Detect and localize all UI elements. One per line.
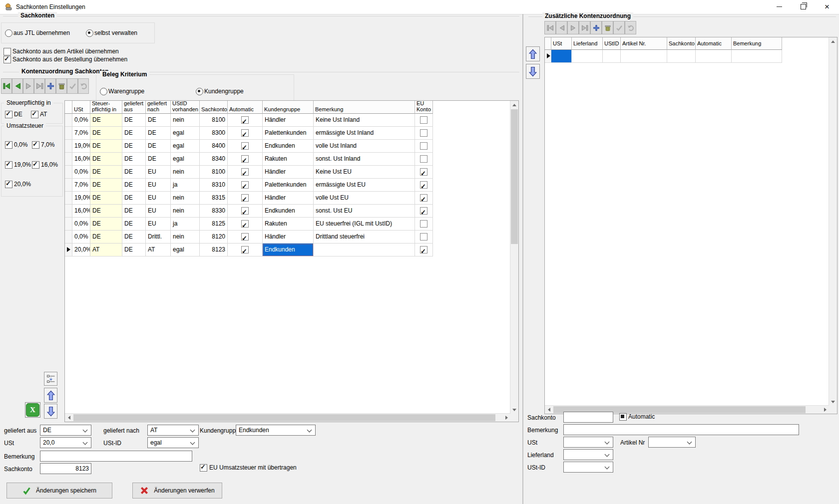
table-cell[interactable]: DE xyxy=(90,192,122,205)
table-cell[interactable]: DE xyxy=(122,218,146,231)
column-header[interactable]: Automatic xyxy=(696,37,732,50)
radio-selbst-verwalten[interactable] xyxy=(86,29,93,37)
eu-konto-checkbox-cell[interactable] xyxy=(415,153,433,166)
table-cell[interactable]: DE xyxy=(122,231,146,244)
sachkonto-input[interactable] xyxy=(40,463,91,474)
table-cell[interactable]: Händler xyxy=(263,231,314,244)
zusatz-artikel-select[interactable] xyxy=(648,437,696,448)
table-cell[interactable]: DE xyxy=(146,127,171,140)
transfer-down-button[interactable] xyxy=(526,64,540,79)
table-row[interactable]: 20,0%ATDEATegal8123Endkunden xyxy=(65,244,518,256)
table-cell[interactable]: DE xyxy=(90,166,122,179)
table-cell[interactable]: Drittl. xyxy=(146,231,171,244)
table-row[interactable]: 0,0%DEDEDrittl.nein8120HändlerDrittland … xyxy=(65,231,518,244)
column-header[interactable]: Bemerkung xyxy=(732,37,782,50)
table-cell[interactable] xyxy=(551,50,572,63)
table-cell[interactable]: DE xyxy=(90,153,122,166)
table-cell[interactable]: 8400 xyxy=(200,140,228,153)
row-marker[interactable] xyxy=(65,140,72,153)
automatic-checkbox[interactable] xyxy=(241,155,249,163)
column-header[interactable]: geliefert nach xyxy=(146,101,171,114)
checkbox-ust-7[interactable] xyxy=(32,141,39,149)
column-header[interactable]: EU Konto xyxy=(415,101,433,114)
table-cell[interactable]: DE xyxy=(146,114,171,127)
automatic-checkbox-cell[interactable] xyxy=(228,114,263,127)
automatic-checkbox[interactable] xyxy=(241,168,249,176)
table-cell[interactable]: EU xyxy=(146,166,171,179)
table-cell[interactable]: 8100 xyxy=(200,114,228,127)
table-row[interactable]: 0,0%DEDEEUnein8100HändlerKeine Ust EU xyxy=(65,166,518,179)
column-header[interactable] xyxy=(65,101,72,114)
table-cell[interactable]: Rakuten xyxy=(263,218,314,231)
automatic-checkbox-cell[interactable] xyxy=(228,153,263,166)
geliefert-nach-select[interactable]: AT xyxy=(147,425,199,436)
table-cell[interactable]: DE xyxy=(122,153,146,166)
table-row[interactable]: 16,0%DEDEDEegal8340Rakutensonst. Ust Inl… xyxy=(65,153,518,166)
table-cell[interactable]: 8300 xyxy=(200,127,228,140)
eu-konto-checkbox-cell[interactable] xyxy=(415,231,433,244)
table-cell[interactable]: DE xyxy=(90,179,122,192)
checkbox-ust-16[interactable] xyxy=(32,161,39,169)
table-cell[interactable]: Händler xyxy=(263,192,314,205)
table-cell[interactable]: DE xyxy=(122,244,146,256)
zusatz-nav-first-button[interactable] xyxy=(544,21,556,34)
automatic-checkbox-cell[interactable] xyxy=(228,192,263,205)
column-header[interactable]: Steuer- pflichtig in xyxy=(90,101,122,114)
eu-konto-checkbox[interactable] xyxy=(420,142,427,150)
automatic-checkbox-cell[interactable] xyxy=(228,205,263,218)
restore-button[interactable] xyxy=(795,0,812,13)
automatic-checkbox-cell[interactable] xyxy=(228,231,263,244)
zusatz-add-button[interactable] xyxy=(590,21,602,34)
table-cell[interactable]: DE xyxy=(122,140,146,153)
excel-export-button[interactable]: X xyxy=(25,402,40,418)
column-header[interactable] xyxy=(545,37,551,50)
scroll-up-button[interactable] xyxy=(510,101,518,109)
table-cell[interactable] xyxy=(696,50,732,63)
table-cell[interactable]: DE xyxy=(122,192,146,205)
table-cell[interactable]: nein xyxy=(171,166,200,179)
zusatz-nav-prev-button[interactable] xyxy=(556,21,567,34)
row-marker[interactable] xyxy=(65,114,72,127)
table-cell[interactable]: DE xyxy=(122,114,146,127)
zusatz-scroll-up-button[interactable] xyxy=(829,37,837,45)
table-cell[interactable]: Händler xyxy=(263,114,314,127)
eu-konto-checkbox-cell[interactable] xyxy=(415,127,433,140)
table-cell[interactable]: Rakuten xyxy=(263,153,314,166)
table-cell[interactable] xyxy=(732,50,782,63)
table-cell[interactable]: DE xyxy=(122,127,146,140)
automatic-checkbox-cell[interactable] xyxy=(228,140,263,153)
zusatz-bemerkung-input[interactable] xyxy=(563,424,799,435)
table-row[interactable]: 7,0%DEDEEUja8310Palettenkundenermässigte… xyxy=(65,179,518,192)
table-cell[interactable]: sonst. Ust EU xyxy=(314,205,415,218)
column-header[interactable]: UStID vorhanden xyxy=(171,101,200,114)
row-marker[interactable] xyxy=(65,244,72,256)
eu-konto-checkbox[interactable] xyxy=(420,155,427,163)
radio-kundengruppe[interactable] xyxy=(196,88,203,95)
table-cell[interactable] xyxy=(314,244,415,256)
automatic-checkbox[interactable] xyxy=(241,246,249,253)
radio-warengruppe[interactable] xyxy=(100,88,107,95)
zusatz-ustid-select[interactable] xyxy=(563,462,613,473)
table-cell[interactable]: Keine Ust EU xyxy=(314,166,415,179)
table-cell[interactable]: 8315 xyxy=(200,192,228,205)
kundengruppe-select[interactable]: Endkunden xyxy=(236,425,316,436)
checkbox-ust-0[interactable] xyxy=(5,141,12,149)
table-cell[interactable]: ermässigte Ust Inland xyxy=(314,127,415,140)
automatic-checkbox-cell[interactable] xyxy=(228,218,263,231)
discard-changes-button[interactable]: Änderungen verwerfen xyxy=(132,483,222,499)
table-cell[interactable]: 8125 xyxy=(200,218,228,231)
zusatz-sachkonto-input[interactable] xyxy=(563,412,613,423)
column-header[interactable]: geliefert aus xyxy=(122,101,146,114)
eu-konto-checkbox-cell[interactable] xyxy=(415,179,433,192)
table-cell[interactable]: DE xyxy=(122,205,146,218)
automatic-checkbox[interactable] xyxy=(241,233,249,241)
column-header[interactable]: USt xyxy=(72,101,90,114)
row-marker[interactable] xyxy=(545,50,551,63)
zusatz-scroll-down-button[interactable] xyxy=(829,398,837,406)
table-cell[interactable]: nein xyxy=(171,114,200,127)
checkbox-sachkonto-bestellung[interactable] xyxy=(3,56,11,63)
ust-select[interactable]: 20,0 xyxy=(40,437,91,448)
table-cell[interactable]: Endkunden xyxy=(263,140,314,153)
automatic-checkbox[interactable] xyxy=(241,207,249,215)
table-row[interactable]: 19,0%DEDEEUnein8315Händlervolle Ust EU xyxy=(65,192,518,205)
